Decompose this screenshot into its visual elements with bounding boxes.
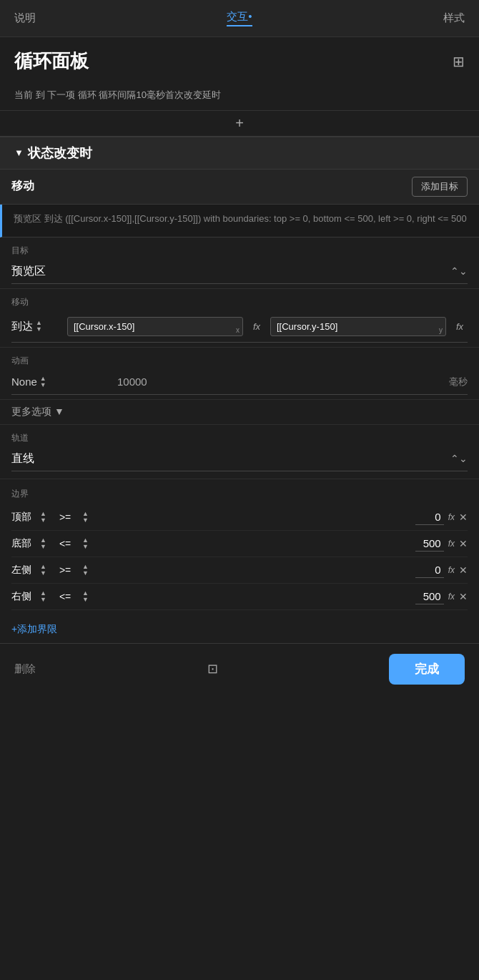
add-boundary-button[interactable]: +添加界限 [0,616,479,643]
action-block: 移动 添加目标 预览区 到达 ([[Cursor.x-150]],[[Curso… [0,170,479,643]
done-button[interactable]: 完成 [389,654,465,685]
track-value: 直线 [11,451,34,466]
section-header: ▼ 状态改变时 [0,137,479,170]
interaction-desc: 当前 到 下一项 循环 循环间隔10毫秒首次改变延时 [0,81,479,110]
left-close-button[interactable]: ✕ [459,564,468,576]
bottom-op-stepper[interactable]: <= ▲▼ [59,537,89,550]
section-title: 状态改变时 [28,144,92,162]
top-nav: 说明 交互• 样式 [0,0,479,37]
top-fx-button[interactable]: fx [448,512,455,522]
panel-header: 循环面板 ⊞ [0,37,479,81]
move-x-input[interactable]: [[Cursor.x-150] x [67,317,243,336]
add-interaction-button[interactable]: + [0,110,479,136]
more-options-row[interactable]: 更多选项 ▼ [0,400,479,425]
right-fx-button[interactable]: fx [448,592,455,602]
y-axis-label: y [439,326,443,334]
top-op-stepper[interactable]: >= ▲▼ [59,511,89,524]
right-side-stepper[interactable]: 右侧 ▲▼ [11,590,46,603]
section-chevron[interactable]: ▼ [14,147,24,158]
boundary-row-right: 右侧 ▲▼ <= ▲▼ 500 fx ✕ [11,584,468,610]
right-op-arrows[interactable]: ▲▼ [82,590,89,603]
move-type-select[interactable]: 到达 ▲▼ [11,320,61,333]
animation-unit: 毫秒 [449,376,468,388]
add-target-button[interactable]: 添加目标 [412,177,468,197]
target-field-group: 目标 预览区 ⌃⌄ [0,237,479,289]
track-chevron-icon: ⌃⌄ [450,453,468,464]
move-type-value: 到达 [11,320,33,333]
right-value-wrap: 500 fx ✕ [415,589,468,604]
left-op-stepper[interactable]: >= ▲▼ [59,564,89,577]
fx-y-button[interactable]: fx [452,320,468,333]
move-field-group: 移动 到达 ▲▼ [[Cursor.x-150] x fx [[Cursor.y [0,289,479,348]
target-chevron-icon: ⌃⌄ [450,265,468,277]
sliders-icon[interactable]: ⊞ [453,53,465,70]
boundary-row-left: 左侧 ▲▼ >= ▲▼ 0 fx ✕ [11,557,468,584]
left-value-wrap: 0 fx ✕ [415,562,468,578]
left-side-label: 左侧 [11,564,39,577]
bottom-fx-button[interactable]: fx [448,539,455,549]
top-op-label: >= [59,511,81,523]
track-select-row[interactable]: 直线 ⌃⌄ [11,447,468,471]
animation-duration[interactable]: 10000 [110,376,443,388]
nav-shuoming[interactable]: 说明 [14,11,36,25]
bottom-op-label: <= [59,538,81,549]
move-row: 到达 ▲▼ [[Cursor.x-150] x fx [[Cursor.y-15… [11,311,468,343]
x-axis-label: x [236,326,240,334]
bottom-op-arrows[interactable]: ▲▼ [82,537,89,550]
boundary-row-bottom: 底部 ▲▼ <= ▲▼ 500 fx ✕ [11,531,468,557]
right-side-arrows[interactable]: ▲▼ [40,590,46,603]
target-label: 目标 [11,245,468,257]
left-op-label: >= [59,564,81,576]
bottom-side-arrows[interactable]: ▲▼ [40,537,46,550]
boundary-label: 边界 [11,482,468,504]
move-type-stepper[interactable]: ▲▼ [36,320,42,333]
action-title: 移动 [11,179,34,194]
animation-row: None ▲▼ 10000 毫秒 [11,370,468,395]
animation-label: 动画 [11,355,468,367]
top-side-arrows[interactable]: ▲▼ [40,511,46,524]
move-y-input[interactable]: [[Cursor.y-150] y [270,317,446,336]
bottom-value[interactable]: 500 [415,536,444,552]
fx-x-button[interactable]: fx [249,320,265,333]
action-description: 预览区 到达 ([[Cursor.x-150]],[[Cursor.y-150]… [0,205,479,237]
left-fx-button[interactable]: fx [448,565,455,575]
top-close-button[interactable]: ✕ [459,511,468,523]
bottom-close-button[interactable]: ✕ [459,538,468,549]
left-side-arrows[interactable]: ▲▼ [40,564,46,577]
top-value-wrap: 0 fx ✕ [415,509,468,525]
screen-icon[interactable]: ⊡ [207,661,218,677]
animation-type-select[interactable]: None ▲▼ [11,376,104,388]
right-op-stepper[interactable]: <= ▲▼ [59,590,89,603]
track-label: 轨道 [11,432,468,444]
left-value[interactable]: 0 [415,562,444,578]
move-label: 移动 [11,296,468,308]
panel-title: 循环面板 [14,49,89,74]
animation-field-group: 动画 None ▲▼ 10000 毫秒 [0,348,479,400]
animation-type-stepper[interactable]: ▲▼ [40,376,46,388]
nav-jiaohui[interactable]: 交互• [227,10,252,26]
boundary-row-top: 顶部 ▲▼ >= ▲▼ 0 fx ✕ [11,504,468,531]
track-field-group: 轨道 直线 ⌃⌄ [0,425,479,479]
action-title-row: 移动 添加目标 [0,170,479,205]
left-op-arrows[interactable]: ▲▼ [82,564,89,577]
animation-type-value: None [11,376,37,388]
right-value[interactable]: 500 [415,589,444,604]
target-select-row[interactable]: 预览区 ⌃⌄ [11,260,468,284]
left-side-stepper[interactable]: 左侧 ▲▼ [11,564,46,577]
top-value[interactable]: 0 [415,509,444,525]
bottom-side-stepper[interactable]: 底部 ▲▼ [11,537,46,550]
nav-yangshi[interactable]: 样式 [443,11,465,25]
boundary-section: 边界 顶部 ▲▼ >= ▲▼ 0 fx ✕ 底部 ▲▼ <= [0,479,479,616]
bottom-value-wrap: 500 fx ✕ [415,536,468,552]
right-side-label: 右侧 [11,590,39,603]
delete-button[interactable]: 删除 [14,662,36,676]
right-op-label: <= [59,591,81,602]
bottom-side-label: 底部 [11,537,39,550]
top-side-label: 顶部 [11,511,39,524]
top-op-arrows[interactable]: ▲▼ [82,511,89,524]
top-side-stepper[interactable]: 顶部 ▲▼ [11,511,46,524]
right-close-button[interactable]: ✕ [459,591,468,602]
bottom-bar: 删除 ⊡ 完成 [0,643,479,695]
target-value: 预览区 [11,264,46,279]
